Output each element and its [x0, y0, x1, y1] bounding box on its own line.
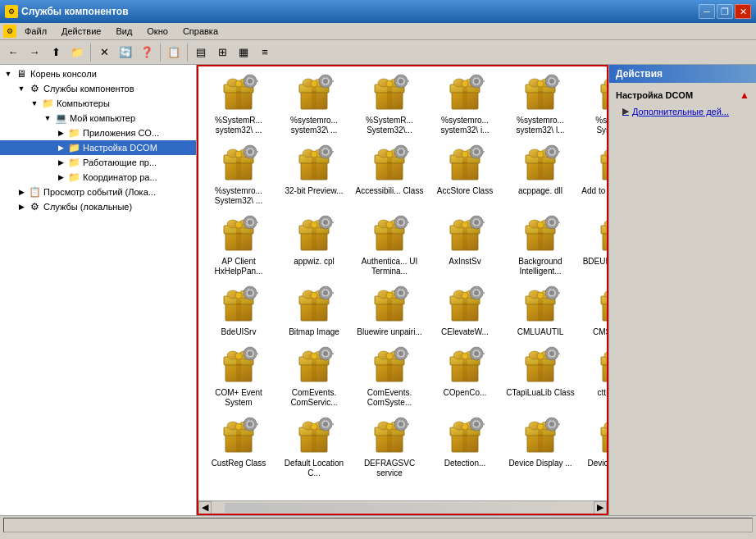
grid-item[interactable]: CTapiLuaLib Class: [503, 342, 577, 411]
svg-rect-499: [481, 353, 485, 354]
horizontal-scrollbar[interactable]: ◀ ▶: [198, 500, 607, 514]
item-label: Accessibili... Class: [356, 186, 424, 196]
menu-window[interactable]: Окно: [140, 25, 175, 38]
svg-rect-56: [462, 91, 467, 109]
tree-events[interactable]: ▶ 📋 Просмотр событий (Лока...: [0, 185, 196, 199]
grid-item[interactable]: Add to Windows ...: [579, 140, 607, 209]
item-label: COpenCo...: [444, 388, 487, 398]
grid-item[interactable]: ComEvents. ComSyste...: [353, 342, 426, 411]
item-icon: [370, 285, 409, 324]
grid-item[interactable]: %systemro... System32\ ...: [202, 140, 276, 209]
item-icon: [219, 73, 258, 112]
item-label: AxInstSv: [449, 257, 480, 267]
view-btn2[interactable]: ⊞: [212, 43, 232, 62]
tree-running[interactable]: ▶ 📁 Работающие пр...: [0, 155, 196, 170]
svg-point-117: [248, 149, 253, 154]
svg-rect-156: [394, 151, 398, 153]
grid-item[interactable]: ComEvents. ComServic...: [277, 342, 351, 411]
svg-rect-306: [603, 232, 607, 250]
grid-item[interactable]: %systemro... system32\ i...: [428, 70, 502, 139]
grid-item[interactable]: Accessibili... Class: [353, 140, 426, 209]
svg-rect-587: [400, 427, 402, 431]
root-icon: 🖥: [15, 67, 28, 80]
tree-dcom[interactable]: ▶ 📁 Настройка DCOM: [0, 140, 196, 155]
svg-rect-227: [249, 226, 251, 229]
item-icon: [294, 345, 334, 385]
menu-view[interactable]: Вид: [109, 25, 139, 38]
item-icon: [596, 416, 607, 455]
svg-rect-326: [236, 303, 241, 321]
grid-item[interactable]: AccStore Class: [428, 140, 502, 209]
grid-item[interactable]: %systemro... system32\ ...: [277, 70, 351, 139]
svg-rect-82: [551, 75, 553, 78]
grid-item[interactable]: DEFRAGSVC service: [353, 413, 426, 482]
grid-item[interactable]: Detection...: [428, 413, 502, 482]
tree-computers[interactable]: ▼ 📁 Компьютеры: [0, 96, 196, 111]
delete-button[interactable]: ✕: [94, 43, 114, 62]
grid-item[interactable]: %SystemR... System32\...: [353, 70, 426, 139]
close-button[interactable]: ✕: [735, 4, 751, 19]
svg-rect-229: [255, 222, 258, 223]
grid-item[interactable]: AxInstSv: [428, 211, 502, 280]
folder-button[interactable]: 📁: [67, 43, 87, 62]
right-panel: Действия Настройка DCOM ▲ ▶ Дополнительн…: [608, 65, 756, 515]
grid-item[interactable]: CMSTPLU...: [579, 281, 607, 340]
grid-item[interactable]: Device Display ...: [503, 413, 577, 482]
item-icon: [370, 214, 409, 254]
forward-button[interactable]: →: [25, 43, 44, 62]
grid-item[interactable]: %systemro... system32\ l...: [503, 70, 577, 139]
back-button[interactable]: ←: [3, 43, 23, 62]
additional-actions[interactable]: ▶ Дополнительные дей...: [616, 104, 749, 118]
tree-local-services[interactable]: ▶ ⚙ Службы (локальные): [0, 199, 196, 214]
grid-item[interactable]: COM+ Event System: [202, 342, 276, 411]
menu-action[interactable]: Действие: [55, 25, 107, 38]
grid-item[interactable]: %SystemR... system32\ ...: [202, 70, 276, 139]
tree-coordinator[interactable]: ▶ 📁 Координатор ра...: [0, 170, 196, 185]
view-btn3[interactable]: ▦: [234, 43, 253, 62]
grid-item[interactable]: AP Client HxHelpPan...: [202, 211, 276, 280]
svg-rect-283: [481, 222, 485, 223]
grid-item[interactable]: Bluewire unpairi...: [353, 281, 426, 340]
view-btn4[interactable]: ≡: [255, 43, 275, 62]
content-scroll[interactable]: %SystemR... system32\ ...: [198, 66, 607, 500]
grid-item[interactable]: BDEUILaun Class: [579, 211, 607, 280]
svg-point-222: [235, 222, 242, 228]
restore-button[interactable]: ❐: [717, 4, 733, 19]
grid-item[interactable]: Background Intelligent...: [503, 211, 577, 280]
svg-point-24: [311, 80, 317, 87]
grid-item[interactable]: acppage. dll: [503, 140, 577, 209]
grid-item[interactable]: DevicePair... dll: [579, 413, 607, 482]
grid-item[interactable]: 32-bit Preview...: [277, 140, 351, 209]
help-button[interactable]: ❓: [137, 43, 157, 62]
grid-item[interactable]: CMLUAUTIL: [503, 281, 577, 340]
hscroll-track[interactable]: [225, 503, 581, 513]
grid-item[interactable]: Bitmap Image: [277, 281, 351, 340]
export-button[interactable]: 📋: [164, 43, 184, 62]
svg-point-348: [311, 292, 317, 299]
tree-services[interactable]: ▼ ⚙ Службы компонентов: [0, 81, 196, 96]
grid-item[interactable]: %systemro System32\: [579, 70, 607, 139]
tree-apps[interactable]: ▶ 📁 Приложения CO...: [0, 126, 196, 140]
hscroll-right[interactable]: ▶: [594, 501, 607, 514]
grid-item[interactable]: Authentica... UI Termina...: [353, 211, 426, 280]
svg-rect-481: [406, 353, 409, 354]
tree-root[interactable]: ▼ 🖥 Корень консоли: [0, 66, 196, 81]
hscroll-left[interactable]: ◀: [198, 501, 212, 514]
tree-mycomputer[interactable]: ▼ 💻 Мой компьютер: [0, 111, 196, 126]
grid-item[interactable]: CustReg Class: [202, 413, 276, 482]
refresh-button[interactable]: 🔄: [116, 43, 135, 62]
grid-item[interactable]: Default Location C...: [277, 413, 351, 482]
grid-item[interactable]: cttunesv...: [579, 342, 607, 411]
grid-item[interactable]: CElevateW...: [428, 281, 502, 340]
menu-help[interactable]: Справка: [176, 25, 225, 38]
menu-file[interactable]: Файл: [18, 25, 53, 38]
grid-item[interactable]: COpenCo...: [428, 342, 502, 411]
svg-point-582: [386, 423, 393, 430]
svg-point-243: [323, 220, 328, 225]
minimize-button[interactable]: ─: [699, 4, 715, 19]
view-btn1[interactable]: ▤: [191, 43, 211, 62]
main-area: ▼ 🖥 Корень консоли ▼ ⚙ Службы компоненто…: [0, 65, 756, 515]
grid-item[interactable]: BdeUISrv: [202, 281, 276, 340]
up-button[interactable]: ⬆: [46, 43, 66, 62]
grid-item[interactable]: appwiz. cpl: [277, 211, 351, 280]
